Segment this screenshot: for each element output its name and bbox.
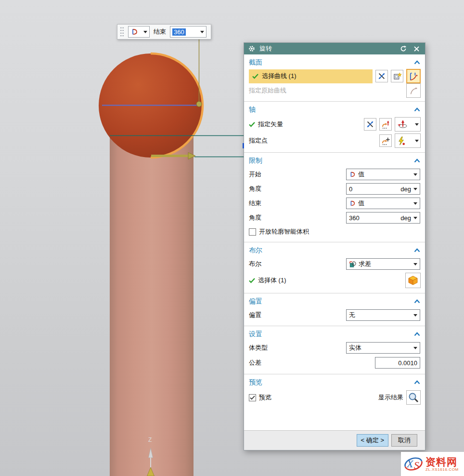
origin-curve-button[interactable] — [406, 83, 421, 98]
z-axis-label: Z — [148, 436, 152, 443]
chevron-up-icon[interactable] — [414, 107, 420, 112]
dialog-title: 旋转 — [259, 44, 272, 53]
revolve-value-icon — [130, 28, 138, 36]
end-angle-label: 角度 — [249, 213, 261, 222]
dialog-body: 截面 选择曲线 (1) — [244, 54, 425, 430]
chevron-down-icon[interactable] — [413, 217, 417, 219]
svg-text:S: S — [414, 459, 419, 471]
offset-dropdown[interactable]: 无 — [346, 309, 420, 321]
watermark-site-url: ZL.XS1616.COM — [425, 468, 459, 472]
section-title: 预览 — [249, 378, 262, 387]
reverse-vector-button[interactable] — [364, 118, 376, 131]
section-title: 设置 — [249, 330, 262, 339]
section-group-limits: 限制 开始 值 — [244, 152, 425, 242]
chevron-down-icon — [413, 314, 417, 317]
watermark-site-name: 资料网 — [425, 457, 459, 467]
chevron-down-icon — [413, 347, 417, 349]
on-screen-input-toolbar[interactable]: 结束 360 — [117, 24, 211, 40]
offset-label: 偏置 — [249, 311, 261, 319]
section-header-limits[interactable]: 限制 — [244, 154, 425, 167]
close-button[interactable] — [412, 44, 421, 53]
chevron-down-icon — [413, 202, 417, 205]
boolean-value: 求差 — [359, 260, 371, 268]
section-header-boolean[interactable]: 布尔 — [244, 244, 425, 257]
select-curve-row: 选择曲线 (1) — [244, 69, 425, 83]
tolerance-input[interactable] — [378, 359, 417, 367]
specify-point-label: 指定点 — [249, 136, 268, 145]
preview-row: 预览 显示结果 — [244, 389, 425, 406]
chevron-up-icon[interactable] — [414, 159, 420, 163]
vector-dialog-button[interactable] — [379, 118, 392, 131]
toolbar-drag-grip[interactable] — [120, 26, 124, 37]
select-body-label: 选择体 (1) — [258, 276, 286, 285]
dialog-titlebar[interactable]: 旋转 — [244, 43, 425, 54]
section-group-settings: 设置 体类型 实体 公差 — [244, 326, 425, 374]
chevron-down-icon — [415, 123, 419, 126]
subtract-icon — [349, 261, 356, 268]
crossed-arrows-icon — [366, 120, 374, 129]
section-title: 轴 — [249, 106, 256, 114]
section-header-preview[interactable]: 预览 — [244, 376, 425, 389]
start-angle-row: 角度 deg — [244, 182, 425, 196]
reset-button[interactable] — [399, 44, 408, 53]
revolve-dialog: 旋转 截面 — [244, 42, 425, 450]
selected-text[interactable]: 360 — [172, 28, 186, 36]
end-option-dropdown[interactable]: 值 — [346, 198, 420, 209]
end-angle-input[interactable] — [349, 214, 398, 222]
boolean-dropdown[interactable]: 求差 — [346, 258, 420, 270]
origin-curve-label: 指定原始曲线 — [249, 86, 286, 95]
ok-button[interactable]: < 确定 > — [357, 434, 388, 447]
chevron-up-icon[interactable] — [414, 380, 420, 384]
select-body-row: 选择体 (1) — [244, 271, 425, 290]
vector-type-dropdown[interactable] — [395, 117, 421, 132]
body-type-dropdown[interactable]: 实体 — [346, 342, 420, 354]
select-curve-field[interactable]: 选择曲线 (1) — [249, 69, 373, 83]
body-type-value: 实体 — [349, 344, 361, 352]
cancel-button[interactable]: 取消 — [391, 434, 417, 447]
section-header-axis[interactable]: 轴 — [244, 103, 425, 116]
tolerance-field[interactable] — [375, 357, 420, 369]
chevron-up-icon[interactable] — [414, 60, 420, 65]
chevron-up-icon[interactable] — [414, 332, 420, 336]
sketch-section-button[interactable] — [406, 69, 421, 83]
start-angle-field[interactable]: deg — [346, 183, 420, 195]
limit-option-mini-dropdown[interactable] — [128, 26, 150, 38]
chevron-down-icon[interactable] — [413, 188, 417, 190]
cylinder-body[interactable] — [110, 130, 193, 476]
sphere-body[interactable] — [99, 53, 203, 158]
svg-text:X: X — [406, 458, 414, 470]
point-dialog-icon — [381, 136, 390, 145]
select-body-button[interactable] — [405, 273, 421, 288]
start-angle-input[interactable] — [349, 185, 398, 193]
section-header-settings[interactable]: 设置 — [244, 328, 425, 341]
open-profile-checkbox[interactable] — [249, 228, 256, 236]
specify-point-row: 指定点 — [244, 132, 425, 149]
selection-tick-mark — [243, 143, 244, 148]
section-group-boolean: 布尔 布尔 求差 — [244, 242, 425, 293]
preview-checkbox[interactable] — [249, 394, 256, 401]
point-type-dropdown[interactable] — [395, 133, 421, 148]
point-dialog-button[interactable] — [379, 134, 392, 147]
section-header-offset[interactable]: 偏置 — [244, 295, 425, 308]
end-angle-mini-field[interactable]: 360 — [170, 26, 206, 38]
chevron-up-icon[interactable] — [414, 248, 420, 252]
show-result-label: 显示结果 — [378, 393, 403, 402]
watermark: X S 资料网 ZL.XS1616.COM — [401, 452, 464, 476]
start-option-dropdown[interactable]: 值 — [346, 169, 420, 180]
section-title: 截面 — [249, 58, 262, 67]
curve-rule-options-button[interactable] — [391, 70, 403, 82]
section-header-section[interactable]: 截面 — [244, 56, 425, 69]
chevron-up-icon[interactable] — [414, 299, 420, 304]
chevron-down-icon — [143, 31, 147, 33]
end-angle-field[interactable]: deg — [346, 212, 420, 224]
section-title: 偏置 — [249, 297, 262, 306]
end-label: 结束 — [249, 199, 261, 208]
show-result-button[interactable] — [406, 390, 421, 405]
crossed-arrows-icon — [377, 72, 386, 80]
watermark-logo-icon: X S — [402, 453, 425, 475]
dialog-footer: < 确定 > 取消 — [244, 430, 425, 450]
chevron-down-icon[interactable] — [200, 31, 204, 33]
check-icon — [249, 122, 255, 127]
reverse-direction-button[interactable] — [375, 70, 388, 82]
start-angle-label: 角度 — [249, 185, 261, 193]
